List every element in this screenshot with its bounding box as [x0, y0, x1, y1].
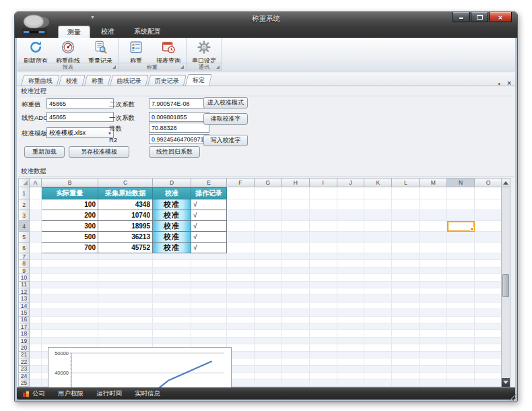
ribbon-button-称重曲线[interactable]: 称重曲线	[52, 38, 84, 62]
doc-tab-曲线记录[interactable]: 曲线记录	[110, 75, 149, 86]
record-check-cell[interactable]: √	[191, 199, 227, 210]
grid-cell[interactable]	[98, 323, 153, 330]
grid-cell[interactable]	[392, 199, 420, 210]
grid-cell[interactable]	[227, 243, 255, 253]
grid-cell[interactable]	[255, 330, 282, 337]
grid-cell[interactable]	[364, 352, 392, 358]
grid-cell[interactable]	[475, 187, 501, 199]
grid-cell[interactable]	[153, 253, 191, 260]
ribbon-button-重量记录[interactable]: 重量记录	[84, 38, 117, 62]
grid-cell[interactable]	[364, 199, 392, 210]
grid-cell[interactable]	[255, 282, 282, 288]
row-header-7[interactable]: 7	[19, 253, 30, 260]
grid-cell[interactable]	[153, 288, 191, 295]
grid-cell[interactable]	[282, 330, 310, 337]
grid-cell[interactable]	[30, 187, 42, 199]
ribbon-tab-校准[interactable]: 校准	[92, 26, 123, 38]
grid-cell[interactable]	[255, 253, 282, 260]
grid-cell[interactable]	[227, 303, 255, 309]
dialog-launcher-icon[interactable]	[215, 64, 220, 69]
grid-cell[interactable]	[420, 221, 447, 232]
grid-cell[interactable]	[420, 260, 447, 267]
grid-cell[interactable]	[475, 366, 501, 373]
grid-cell[interactable]	[310, 309, 337, 316]
grid-cell[interactable]	[255, 373, 282, 379]
grid-cell[interactable]	[337, 232, 365, 243]
column-header-M[interactable]: M	[420, 179, 447, 187]
grid-cell[interactable]	[42, 317, 98, 323]
grid-cell[interactable]	[282, 232, 310, 243]
grid-cell[interactable]	[30, 317, 42, 323]
grid-cell[interactable]	[475, 303, 501, 309]
scrollbar-thumb[interactable]	[502, 274, 509, 297]
grid-cell[interactable]	[42, 288, 98, 295]
grid-cell[interactable]	[191, 330, 227, 337]
grid-cell[interactable]	[30, 344, 42, 351]
grid-cell[interactable]	[255, 260, 282, 267]
raw-data-cell[interactable]: 10740	[98, 210, 153, 221]
grid-cell[interactable]	[153, 274, 191, 281]
grid-cell[interactable]	[30, 288, 42, 295]
grid-cell[interactable]	[420, 303, 447, 309]
grid-cell[interactable]	[98, 309, 153, 316]
grid-cell[interactable]	[255, 352, 282, 358]
grid-cell[interactable]	[282, 221, 310, 232]
grid-cell[interactable]	[447, 366, 475, 373]
grid-cell[interactable]	[310, 199, 337, 210]
grid-cell[interactable]	[337, 317, 365, 323]
grid-cell[interactable]	[392, 358, 420, 365]
grid-cell[interactable]	[153, 330, 191, 337]
grid-cell[interactable]	[153, 282, 191, 288]
grid-cell[interactable]	[310, 243, 337, 253]
grid-cell[interactable]	[282, 253, 310, 260]
grid-cell[interactable]	[255, 303, 282, 309]
grid-cell[interactable]	[475, 267, 501, 274]
constant-input[interactable]	[149, 123, 209, 133]
grid-cell[interactable]	[364, 295, 392, 302]
weight-input[interactable]	[46, 98, 114, 108]
grid-cell[interactable]	[153, 295, 191, 302]
row-header-6[interactable]: 6	[19, 243, 30, 253]
grid-cell[interactable]	[475, 210, 501, 221]
grid-cell[interactable]	[227, 317, 255, 323]
grid-cell[interactable]	[282, 267, 310, 274]
row-header-16[interactable]: 16	[19, 317, 30, 323]
grid-cell[interactable]	[420, 267, 447, 274]
column-header-A[interactable]: A	[30, 179, 42, 187]
grid-cell[interactable]	[310, 330, 337, 337]
grid-cell[interactable]	[98, 260, 153, 267]
grid-cell[interactable]	[392, 373, 420, 379]
grid-cell[interactable]	[282, 344, 310, 351]
grid-cell[interactable]	[153, 303, 191, 309]
grid-cell[interactable]	[153, 260, 191, 267]
grid-cell[interactable]	[392, 344, 420, 351]
grid-cell[interactable]	[337, 243, 365, 253]
grid-cell[interactable]	[337, 338, 365, 344]
doc-tab-历史记录[interactable]: 历史记录	[147, 75, 187, 86]
grid-cell[interactable]	[364, 303, 392, 309]
grid-cell[interactable]	[30, 338, 42, 344]
selected-cell[interactable]	[447, 221, 475, 232]
scroll-up-icon[interactable]	[502, 179, 510, 187]
grid-cell[interactable]	[153, 338, 191, 344]
grid-cell[interactable]	[255, 288, 282, 295]
dialog-launcher-icon[interactable]	[179, 64, 185, 69]
column-header-J[interactable]: J	[337, 179, 365, 187]
grid-cell[interactable]	[30, 210, 42, 221]
grid-cell[interactable]	[337, 366, 365, 373]
row-header-14[interactable]: 14	[19, 303, 30, 309]
grid-cell[interactable]	[282, 274, 310, 281]
grid-cell[interactable]	[392, 379, 420, 386]
grid-cell[interactable]	[191, 260, 227, 267]
grid-cell[interactable]	[475, 358, 501, 365]
grid-cell[interactable]	[337, 210, 365, 221]
grid-cell[interactable]	[364, 260, 392, 267]
grid-cell[interactable]	[191, 253, 227, 260]
coef2-input[interactable]	[149, 98, 209, 108]
grid-cell[interactable]	[475, 323, 501, 330]
grid-cell[interactable]	[30, 323, 42, 330]
grid-cell[interactable]	[364, 243, 392, 253]
grid-cell[interactable]	[30, 352, 42, 358]
grid-cell[interactable]	[191, 288, 227, 295]
ribbon-button-报表查询[interactable]: 报表查询	[152, 38, 185, 62]
